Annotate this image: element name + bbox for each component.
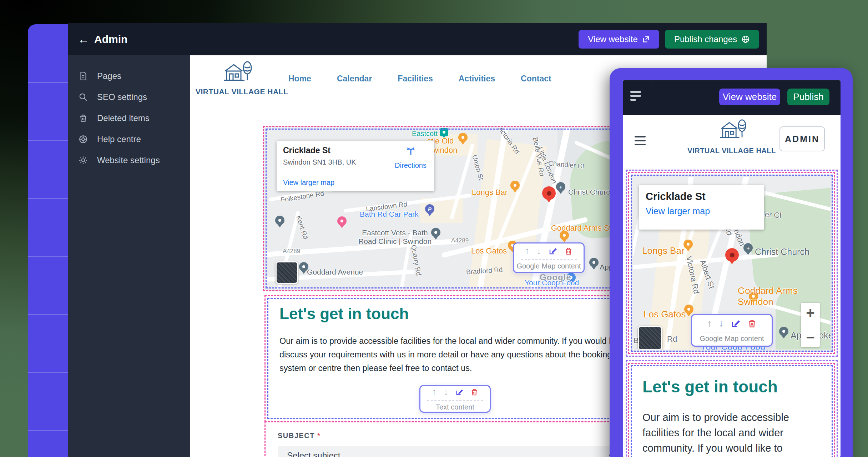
mobile-publish-button[interactable]: Publish <box>787 89 829 105</box>
map-card-title: Cricklade St <box>646 191 757 202</box>
mobile-contact-paragraph: Our aim is to provide accessible facilit… <box>642 410 789 456</box>
delete-icon[interactable] <box>747 319 757 328</box>
edit-icon[interactable] <box>455 388 463 396</box>
map-label: Albert St <box>698 258 716 290</box>
site-nav: Home Calendar Facilities Activities Cont… <box>288 74 551 84</box>
move-down-button[interactable]: ↓ <box>537 245 541 256</box>
map-pin[interactable] <box>725 248 739 262</box>
mobile-google-map-embed[interactable]: + Union StChandler ClBelle Vue RdLittle … <box>631 175 833 352</box>
publish-changes-button[interactable]: Publish changes <box>665 30 759 49</box>
map-content-control: ↑ ↓ Google Map content <box>513 242 585 273</box>
map-pin[interactable] <box>431 228 440 237</box>
map-label: Rd <box>667 335 677 344</box>
admin-back[interactable]: ← Admin <box>78 33 127 46</box>
nav-calendar[interactable]: Calendar <box>337 74 372 84</box>
strip-divider <box>28 140 68 141</box>
collapsed-pages-strip[interactable] <box>28 24 68 457</box>
move-down-button[interactable]: ↓ <box>719 318 724 329</box>
map-label: Goddard Avenue <box>307 268 363 276</box>
mobile-contact-heading: Let's get in touch <box>642 377 778 396</box>
back-arrow-icon[interactable]: ← <box>78 33 89 46</box>
mobile-view-website-label: View website <box>723 91 777 102</box>
sidebar-item-pages[interactable]: Pages <box>68 65 190 86</box>
mobile-publish-label: Publish <box>793 91 823 102</box>
sidebar-label: Help centre <box>97 134 141 144</box>
delete-icon[interactable] <box>470 388 478 396</box>
move-down-button[interactable]: ↓ <box>444 386 448 397</box>
move-up-button[interactable]: ↑ <box>525 245 530 256</box>
mobile-preview-content: View website Publish VIRTUAL VILLAGE HAL… <box>623 80 841 457</box>
view-larger-map-link[interactable]: View larger map <box>283 179 334 187</box>
sidebar-label: Pages <box>97 71 121 81</box>
map-pin[interactable] <box>440 128 448 136</box>
nav-home[interactable]: Home <box>288 74 311 84</box>
contact-heading: Let's get in touch <box>279 305 409 323</box>
subject-select[interactable]: Select subject <box>278 446 624 457</box>
map-label: Los Gatos <box>471 246 507 256</box>
sidebar-item-seo-settings[interactable]: SEO settings <box>68 86 190 107</box>
nav-contact[interactable]: Contact <box>521 74 551 84</box>
mobile-contact-block[interactable]: Let's get in touch Our aim is to provide… <box>626 360 838 457</box>
delete-icon[interactable] <box>564 247 573 255</box>
view-website-button[interactable]: View website <box>579 30 659 49</box>
map-label: Chandler Cl <box>548 160 584 171</box>
zoom-in-button[interactable]: + <box>806 305 815 320</box>
directions-label: Directions <box>395 161 427 170</box>
view-larger-map-link[interactable]: View larger map <box>646 206 757 216</box>
divider <box>651 80 651 115</box>
mobile-site-logo[interactable] <box>712 115 752 146</box>
edit-icon[interactable] <box>731 319 740 328</box>
mobile-view-website-button[interactable]: View website <box>719 89 780 105</box>
strip-divider <box>28 82 68 83</box>
screenshot-root: { "admin": { "back_arrow": "←", "title":… <box>0 0 868 457</box>
directions-button[interactable]: Directions <box>395 146 427 170</box>
map-pin[interactable] <box>337 216 347 226</box>
sidebar-label: Website settings <box>97 155 160 165</box>
nav-activities[interactable]: Activities <box>459 74 495 84</box>
map-pin[interactable] <box>589 258 599 267</box>
map-pin[interactable]: P <box>425 204 434 214</box>
mobile-site-header: VIRTUAL VILLAGE HALL ADMIN <box>623 115 841 168</box>
map-label: Longs Bar <box>642 245 685 256</box>
map-label: Eastcott Vets - Bath Road Clinic | Swind… <box>358 228 432 246</box>
mobile-map-block[interactable]: + Union StChandler ClBelle Vue RdLittle … <box>626 170 838 357</box>
panel-collapse-icon[interactable] <box>630 91 641 103</box>
map-label: Bradford Rd <box>466 266 503 276</box>
publish-changes-label: Publish changes <box>674 34 737 44</box>
map-pin[interactable] <box>510 181 520 190</box>
hamburger-menu-icon[interactable] <box>635 136 646 148</box>
satellite-toggle-thumbnail[interactable] <box>638 326 662 350</box>
nav-facilities[interactable]: Facilities <box>398 74 433 84</box>
required-asterisk: * <box>317 432 321 440</box>
village-hall-logo-icon <box>717 115 747 144</box>
mobile-logo-wordmark: VIRTUAL VILLAGE HALL <box>687 147 776 155</box>
mobile-admin-badge[interactable]: ADMIN <box>779 126 825 151</box>
sidebar-item-website-settings[interactable]: Website settings <box>68 150 190 171</box>
map-content-label: Google Map content <box>516 262 581 270</box>
map-label: A4289 <box>283 248 300 255</box>
form-block[interactable]: SUBJECT * Select subject Please use the … <box>264 421 644 457</box>
satellite-toggle-thumbnail[interactable] <box>276 261 298 284</box>
external-link-icon <box>642 35 650 43</box>
move-up-button[interactable]: ↑ <box>432 386 436 397</box>
map-pin[interactable] <box>683 240 693 249</box>
edit-icon[interactable] <box>549 247 557 255</box>
site-logo[interactable]: VIRTUAL VILLAGE HALL <box>196 58 278 96</box>
map-pin[interactable] <box>458 133 468 142</box>
zoom-out-button[interactable]: − <box>806 330 815 345</box>
map-pin[interactable] <box>542 186 556 200</box>
map-pin[interactable] <box>275 216 284 225</box>
map-pin[interactable]: + <box>556 182 565 191</box>
lifebuoy-icon <box>79 135 88 144</box>
site-logo-wordmark: VIRTUAL VILLAGE HALL <box>196 87 278 96</box>
sidebar-item-help-centre[interactable]: Help centre <box>68 129 190 150</box>
map-zoom-control: + − <box>801 303 820 347</box>
contact-block[interactable]: Let's get in touch Our aim is to provide… <box>264 295 644 422</box>
search-icon <box>79 92 88 102</box>
map-content-label: Google Map content <box>700 335 764 343</box>
sidebar-item-deleted-items[interactable]: Deleted items <box>68 107 190 129</box>
admin-title: Admin <box>94 33 127 45</box>
move-up-button[interactable]: ↑ <box>707 318 712 329</box>
map-pin[interactable] <box>779 327 788 336</box>
map-label: Victoria Rd <box>496 128 521 155</box>
